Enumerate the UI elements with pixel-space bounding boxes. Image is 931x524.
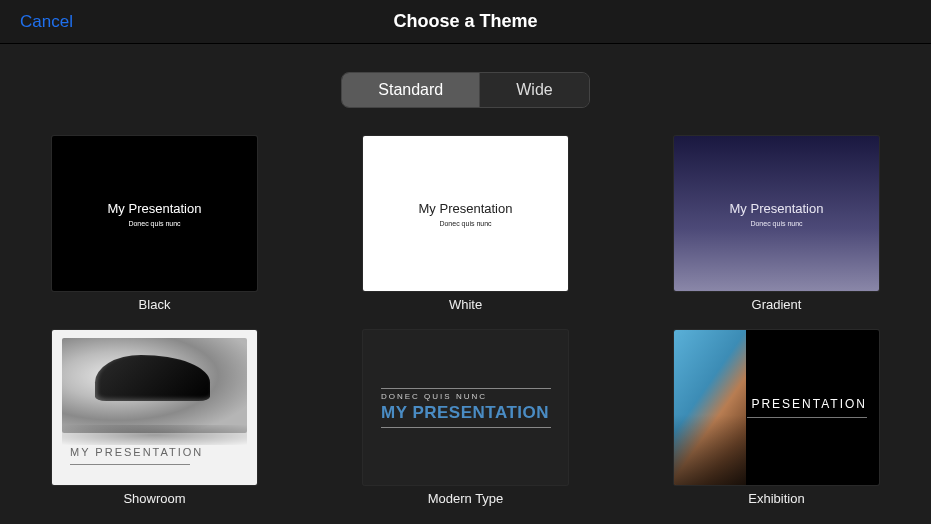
theme-thumbnail: DONEC QUIS NUNC MY PRESENTATION [363, 330, 568, 485]
theme-thumbnail: My Presentation Donec quis nunc [363, 136, 568, 291]
thumb-title: My Presentation [730, 201, 824, 216]
cancel-button[interactable]: Cancel [20, 12, 73, 32]
thumb-title: My Presentation [419, 201, 513, 216]
divider-line [381, 427, 551, 428]
segmented-control: Standard Wide [341, 72, 589, 108]
theme-thumbnail: My Presentation Donec quis nunc [52, 136, 257, 291]
theme-item-white[interactable]: My Presentation Donec quis nunc White [363, 136, 568, 312]
theme-item-modern-type[interactable]: DONEC QUIS NUNC MY PRESENTATION Modern T… [363, 330, 568, 506]
thumb-title: MY PRESENTATION [381, 403, 549, 423]
theme-grid: My Presentation Donec quis nunc Black My… [0, 136, 931, 506]
theme-item-gradient[interactable]: My Presentation Donec quis nunc Gradient [674, 136, 879, 312]
theme-label: Modern Type [428, 491, 504, 506]
theme-thumbnail: My Presentation Donec quis nunc [674, 136, 879, 291]
theme-item-black[interactable]: My Presentation Donec quis nunc Black [52, 136, 257, 312]
thumb-subtitle: Donec quis nunc [750, 220, 802, 227]
theme-label: Black [139, 297, 171, 312]
divider-line [747, 417, 867, 418]
thumb-title: My Presentation [108, 201, 202, 216]
aspect-ratio-segmented: Standard Wide [0, 72, 931, 108]
theme-item-exhibition[interactable]: MY PRESENTATION Exhibition [674, 330, 879, 506]
theme-label: Showroom [123, 491, 185, 506]
thumb-subtitle: DONEC QUIS NUNC [381, 392, 487, 401]
theme-thumbnail: MY PRESENTATION [52, 330, 257, 485]
divider-line [381, 388, 551, 389]
thumb-subtitle: Donec quis nunc [128, 220, 180, 227]
thumb-title: MY PRESENTATION [70, 446, 203, 458]
theme-item-showroom[interactable]: MY PRESENTATION Showroom [52, 330, 257, 506]
theme-thumbnail: MY PRESENTATION [674, 330, 879, 485]
segment-wide[interactable]: Wide [479, 73, 588, 107]
theme-label: White [449, 297, 482, 312]
segment-standard[interactable]: Standard [342, 73, 479, 107]
header-bar: Cancel Choose a Theme [0, 0, 931, 44]
page-title: Choose a Theme [393, 11, 537, 32]
divider-line [70, 464, 190, 465]
theme-label: Exhibition [748, 491, 804, 506]
photo-strip-icon [674, 330, 746, 485]
theme-label: Gradient [752, 297, 802, 312]
car-image-icon [62, 338, 247, 433]
thumb-subtitle: Donec quis nunc [439, 220, 491, 227]
